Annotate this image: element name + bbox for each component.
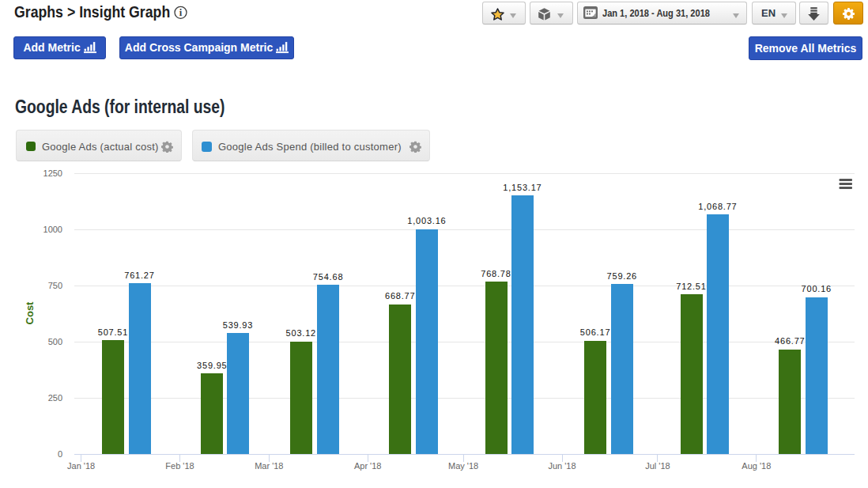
svg-text:1250: 1250 [43,168,62,178]
svg-text:754.68: 754.68 [313,272,343,282]
svg-text:i: i [179,7,183,18]
svg-text:Jul '18: Jul '18 [645,461,670,471]
svg-text:1,153.17: 1,153.17 [503,183,542,192]
svg-text:1000: 1000 [43,225,62,234]
svg-text:Mar '18: Mar '18 [255,461,283,471]
svg-text:250: 250 [48,393,62,403]
svg-text:0: 0 [58,449,62,459]
svg-text:700.16: 700.16 [802,284,832,293]
svg-text:761.27: 761.27 [124,270,154,280]
svg-text:768.78: 768.78 [481,269,511,278]
svg-text:359.95: 359.95 [197,361,227,370]
svg-text:506.17: 506.17 [580,327,610,337]
svg-text:May '18: May '18 [448,461,478,471]
svg-text:1,003.16: 1,003.16 [407,216,446,225]
svg-text:750: 750 [48,281,62,290]
svg-text:Jan '18: Jan '18 [67,461,95,471]
svg-text:Apr '18: Apr '18 [354,461,382,471]
svg-text:712.51: 712.51 [676,282,706,291]
svg-text:1,068.77: 1,068.77 [698,202,737,211]
svg-text:Jun '18: Jun '18 [548,461,576,471]
svg-text:539.93: 539.93 [223,320,253,330]
svg-text:503.12: 503.12 [286,328,316,338]
svg-text:759.26: 759.26 [607,271,637,281]
svg-text:668.77: 668.77 [385,291,415,301]
svg-text:Aug '18: Aug '18 [742,461,771,471]
svg-text:466.77: 466.77 [775,336,805,346]
svg-text:507.51: 507.51 [98,327,128,337]
svg-text:Feb '18: Feb '18 [165,461,194,471]
svg-text:Cost: Cost [24,301,36,325]
svg-text:500: 500 [48,337,62,346]
